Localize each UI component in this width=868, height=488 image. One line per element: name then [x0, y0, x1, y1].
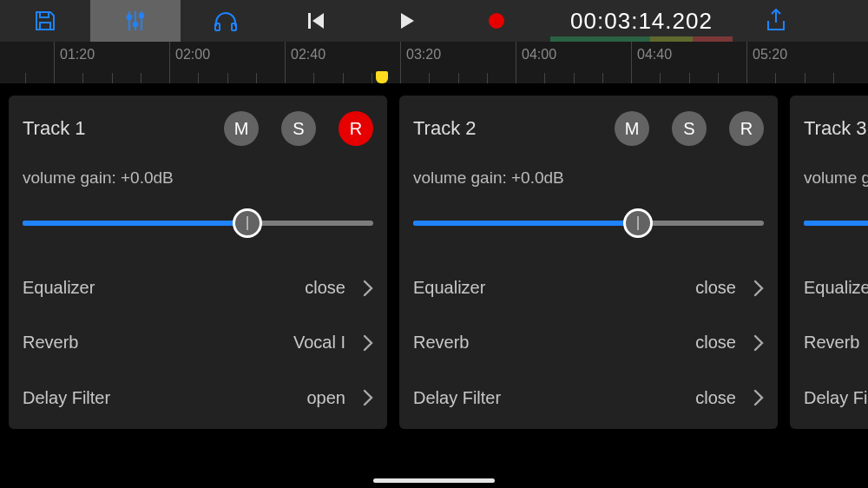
- headphones-button[interactable]: [181, 0, 271, 42]
- track-circle-buttons: MSR: [224, 111, 373, 146]
- timecode-display: 00:03:14.202: [542, 0, 741, 42]
- track-card: Track 1MSRvolume gain: +0.0dBEqualizercl…: [9, 96, 387, 429]
- track-title: Track 2: [413, 117, 477, 140]
- record-arm-button[interactable]: R: [339, 111, 373, 146]
- ruler-minor-tick: [372, 73, 372, 83]
- volume-slider[interactable]: [804, 208, 868, 234]
- record-button[interactable]: [451, 0, 542, 42]
- track-title: Track 1: [23, 117, 86, 140]
- playhead-marker[interactable]: [376, 71, 388, 83]
- fx-state: close: [305, 278, 345, 298]
- track-card: Track 3MSRvolume gain: +0.0dBEqualizercl…: [790, 96, 868, 429]
- fx-state: open: [307, 388, 346, 408]
- ruler-tick: 03:20: [400, 42, 441, 83]
- timeline-ruler[interactable]: 01:2002:0002:4003:2004:0004:4005:20: [0, 42, 868, 83]
- save-button[interactable]: [0, 0, 90, 42]
- fx-name: Delay Filter: [23, 388, 110, 408]
- fx-name: Equalizer: [413, 278, 485, 298]
- fx-row-delay-filter[interactable]: Delay Filterclose: [413, 371, 764, 425]
- ruler-tick: 05:20: [746, 42, 787, 83]
- chevron-right-icon: [753, 389, 764, 406]
- ruler-minor-tick: [25, 73, 26, 83]
- ruler-minor-tick: [198, 73, 199, 83]
- fx-name: Reverb: [804, 333, 859, 353]
- ruler-minor-tick: [112, 73, 113, 83]
- fx-row-delay-filter[interactable]: Delay Filterclose: [804, 371, 868, 425]
- fx-right: Vocal I: [293, 333, 373, 353]
- fx-name: Delay Filter: [413, 388, 501, 408]
- track-circle-buttons: MSR: [615, 111, 764, 146]
- share-icon: [765, 9, 787, 33]
- skip-start-button[interactable]: [271, 0, 361, 42]
- headphones-icon: [213, 9, 239, 33]
- fx-state: Vocal I: [293, 333, 345, 353]
- ruler-tick-label: 04:40: [637, 47, 672, 63]
- fx-state: close: [695, 278, 736, 298]
- fx-state: close: [695, 388, 736, 408]
- volume-gain-label-text: volume gain:: [413, 168, 507, 187]
- svg-rect-4: [232, 23, 236, 30]
- timecode-text: 00:03:14.202: [570, 8, 713, 35]
- chevron-right-icon: [753, 334, 764, 352]
- fx-right: close: [695, 388, 764, 408]
- ruler-minor-tick: [227, 73, 228, 83]
- tracks-container: Track 1MSRvolume gain: +0.0dBEqualizercl…: [0, 83, 868, 429]
- volume-gain-label: volume gain: +0.0dB: [804, 168, 868, 188]
- ruler-tick-label: 02:40: [291, 47, 326, 63]
- volume-gain-value: +0.0dB: [121, 168, 174, 187]
- fx-row-reverb[interactable]: ReverbVocal I: [23, 315, 373, 370]
- volume-slider[interactable]: [413, 208, 764, 234]
- solo-button[interactable]: S: [672, 111, 707, 146]
- ruler-minor-tick: [256, 73, 257, 83]
- fx-row-reverb[interactable]: Reverbclose: [804, 315, 868, 370]
- ruler-minor-tick: [487, 73, 488, 83]
- mute-button[interactable]: M: [615, 111, 649, 146]
- slider-knob[interactable]: [623, 208, 653, 238]
- toolbar: 00:03:14.202: [0, 0, 868, 42]
- record-icon: [487, 11, 506, 30]
- fx-row-equalizer[interactable]: Equalizerclose: [413, 260, 764, 315]
- ruler-minor-tick: [82, 73, 83, 83]
- record-arm-button[interactable]: R: [729, 111, 764, 146]
- ruler-tick: 02:00: [169, 42, 210, 83]
- ruler-minor-tick: [141, 73, 141, 83]
- skip-previous-icon: [306, 11, 326, 30]
- mixer-button[interactable]: [90, 0, 181, 42]
- play-button[interactable]: [361, 0, 451, 42]
- fx-row-reverb[interactable]: Reverbclose: [413, 315, 764, 370]
- volume-slider[interactable]: [23, 208, 373, 234]
- ruler-tick: 01:20: [54, 42, 95, 83]
- chevron-right-icon: [753, 280, 764, 297]
- slider-knob[interactable]: [233, 208, 262, 238]
- chevron-right-icon: [363, 334, 373, 352]
- mute-button[interactable]: M: [224, 111, 259, 146]
- chevron-right-icon: [363, 280, 373, 297]
- chevron-right-icon: [363, 389, 373, 406]
- ruler-tick: 04:40: [631, 42, 672, 83]
- fx-right: open: [307, 388, 374, 408]
- volume-gain-label: volume gain: +0.0dB: [23, 168, 373, 188]
- fx-name: Reverb: [413, 333, 469, 353]
- ruler-minor-tick: [689, 73, 690, 83]
- fx-name: Equalizer: [23, 278, 95, 298]
- fx-right: close: [695, 333, 764, 353]
- svg-rect-5: [308, 13, 311, 29]
- solo-button[interactable]: S: [281, 111, 316, 146]
- home-indicator: [373, 478, 495, 483]
- fx-state: close: [695, 333, 736, 353]
- fx-row-equalizer[interactable]: Equalizerclose: [804, 260, 868, 315]
- fx-name: Reverb: [23, 333, 78, 353]
- share-button[interactable]: [741, 0, 811, 42]
- ruler-minor-tick: [458, 73, 459, 83]
- ruler-minor-tick: [313, 73, 314, 83]
- slider-fill: [413, 221, 638, 226]
- ruler-tick-label: 03:20: [406, 47, 441, 63]
- fx-row-equalizer[interactable]: Equalizerclose: [23, 260, 373, 315]
- ruler-minor-tick: [343, 73, 344, 83]
- floppy-disk-icon: [33, 9, 57, 33]
- ruler-minor-tick: [544, 73, 545, 83]
- track-title: Track 3: [804, 117, 867, 140]
- ruler-tick-label: 02:00: [175, 47, 210, 63]
- fx-row-delay-filter[interactable]: Delay Filteropen: [23, 371, 373, 425]
- fx-right: close: [305, 278, 373, 298]
